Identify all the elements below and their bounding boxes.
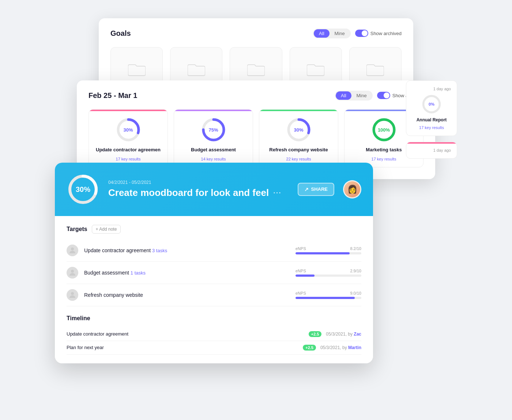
side-card-timestamp-2: 1 day ago <box>433 148 451 152</box>
folder-icon-3 <box>247 62 265 76</box>
detail-more-icon[interactable]: ··· <box>273 189 282 197</box>
mid-filter-group: All Mine <box>335 91 373 101</box>
goal-card-1[interactable]: 30% Update contractor agreemen 17 key re… <box>89 109 168 167</box>
goal-card-name-3: Refresh company website <box>269 147 328 152</box>
goals-controls: All Mine Show archived <box>313 29 402 38</box>
metric-bar-fill-1 <box>295 252 350 254</box>
mid-filter-mine[interactable]: Mine <box>351 91 372 100</box>
target-avatar-1 <box>67 245 78 256</box>
goal-card-name-2: Budget assessment <box>191 147 236 152</box>
donut-pct-1: 30% <box>123 127 133 132</box>
side-card-2[interactable]: 1 day ago <box>406 142 457 159</box>
timeline-item-1: Update contractor agreement <box>67 331 304 337</box>
goal-card-2[interactable]: 75% Budget assessment 14 key results <box>174 109 253 167</box>
goal-card-name-4: Marketing tasks <box>366 147 402 152</box>
targets-header: Targets + Add note <box>67 225 361 234</box>
target-row-2: Budget assessment 1 tasks eNPS 2.9/10 <box>67 262 361 284</box>
folder-icon-5 <box>366 62 384 76</box>
mid-header: Feb 25 - Mar 1 All Mine Show archived <box>89 91 423 101</box>
detail-panel: 30% 04/2/2021 - 05/2/2021 Create moodboa… <box>55 163 373 363</box>
donut-4: 100% <box>371 117 397 143</box>
folder-icon-2 <box>188 62 205 76</box>
detail-date: 04/2/2021 - 05/2/2021 <box>108 180 289 185</box>
side-donut-pct: 0% <box>429 102 434 106</box>
detail-pct: 30% <box>76 185 90 193</box>
donut-pct-4: 100% <box>378 127 390 132</box>
goals-filter-mine[interactable]: Mine <box>330 29 350 38</box>
target-metric-1: eNPS 8.2/10 <box>295 246 361 254</box>
target-avatar-2 <box>67 267 78 279</box>
detail-title-text: Create moodboard for look and feel <box>108 187 269 198</box>
detail-header-info: 04/2/2021 - 05/2/2021 Create moodboard f… <box>108 180 289 198</box>
goals-header: Goals All Mine Show archived <box>110 29 402 38</box>
svg-point-12 <box>71 247 74 250</box>
timeline-badge-1: +2.5 <box>309 331 322 337</box>
avatar: 👩 <box>343 180 361 198</box>
target-tasks-link-1[interactable]: 3 tasks <box>152 248 167 253</box>
metric-label-2: eNPS <box>295 269 306 273</box>
target-avatar-3 <box>67 289 78 301</box>
goals-title: Goals <box>110 29 131 38</box>
detail-header: 30% 04/2/2021 - 05/2/2021 Create moodboa… <box>55 163 373 216</box>
goals-archived-label: Show archived <box>370 31 402 36</box>
side-card-annual[interactable]: 1 day ago 0% Annual Report 17 key result… <box>406 80 457 136</box>
target-metric-3: eNPS 9.0/10 <box>295 291 361 299</box>
side-donut-1: 0% <box>421 94 442 114</box>
timeline-row-2: Plan for next year +2.5 05/3/2021, by Ma… <box>67 341 361 355</box>
target-row-3: Refresh company website eNPS 9.0/10 <box>67 284 361 306</box>
metric-bar-fill-3 <box>295 297 355 299</box>
donut-pct-2: 75% <box>208 127 218 132</box>
mid-archived-switch[interactable] <box>377 92 390 99</box>
donut-3: 30% <box>286 117 312 143</box>
target-name-2: Budget assessment 1 tasks <box>84 270 290 276</box>
goal-card-sub-3: 22 key results <box>286 157 311 161</box>
folder-icon-4 <box>307 62 324 76</box>
detail-body: Targets + Add note Update contractor agr… <box>55 216 373 363</box>
share-icon: ↗ <box>304 186 309 192</box>
timeline-title: Timeline <box>67 315 361 322</box>
timeline-by-1: Zac <box>354 332 361 337</box>
metric-label-3: eNPS <box>295 291 306 295</box>
side-card-timestamp-1: 1 day ago <box>433 87 451 91</box>
donut-pct-3: 30% <box>294 127 303 132</box>
svg-point-14 <box>71 292 74 295</box>
target-name-3: Refresh company website <box>84 292 290 298</box>
metric-label-1: eNPS <box>295 246 306 251</box>
goal-card-sub-4: 17 key results <box>372 157 396 161</box>
metric-bar-track-3 <box>295 297 361 299</box>
metric-value-2: 2.9/10 <box>350 269 361 273</box>
mid-title: Feb 25 - Mar 1 <box>89 91 137 100</box>
timeline-meta-2: 05/3/2021, by Martin <box>320 345 361 350</box>
detail-title: Create moodboard for look and feel ··· <box>108 187 289 198</box>
svg-point-13 <box>71 270 74 273</box>
metric-bar-track-1 <box>295 252 361 254</box>
target-name-1: Update contractor agreement 3 tasks <box>84 247 290 253</box>
archived-switch[interactable] <box>355 30 368 37</box>
goals-filter-all[interactable]: All <box>314 29 329 38</box>
goal-card-3[interactable]: 30% Refresh company website 22 key resul… <box>259 109 338 167</box>
timeline-badge-2: +2.5 <box>303 345 316 351</box>
timeline-by-2: Martin <box>348 345 361 350</box>
side-cards: 1 day ago 0% Annual Report 17 key result… <box>406 80 457 159</box>
donut-2: 75% <box>201 117 226 143</box>
add-note-button[interactable]: + Add note <box>92 225 121 234</box>
metric-bar-fill-2 <box>295 275 315 277</box>
goal-card-sub-1: 17 key results <box>116 157 141 161</box>
goals-archived-toggle[interactable]: Show archived <box>355 30 402 37</box>
share-button[interactable]: ↗ SHARE <box>298 183 334 196</box>
timeline-section: Timeline Update contractor agreement +2.… <box>67 315 361 355</box>
metric-value-3: 9.0/10 <box>350 291 361 295</box>
timeline-meta-1: 05/3/2021, by Zac <box>326 332 361 337</box>
goal-card-name-1: Update contractor agreemen <box>96 147 161 152</box>
target-tasks-link-2[interactable]: 1 tasks <box>131 270 146 276</box>
share-label: SHARE <box>311 186 328 192</box>
timeline-row-1: Update contractor agreement +2.5 05/3/20… <box>67 328 361 341</box>
goal-card-sub-2: 14 key results <box>201 157 226 161</box>
mid-filter-all[interactable]: All <box>336 91 351 100</box>
target-row-1: Update contractor agreement 3 tasks eNPS… <box>67 239 361 262</box>
timeline-item-2: Plan for next year <box>67 345 298 350</box>
avatar-image: 👩 <box>344 181 360 197</box>
targets-title: Targets <box>67 226 87 232</box>
detail-donut: 30% <box>67 173 99 206</box>
goals-filter-group: All Mine <box>313 29 351 38</box>
